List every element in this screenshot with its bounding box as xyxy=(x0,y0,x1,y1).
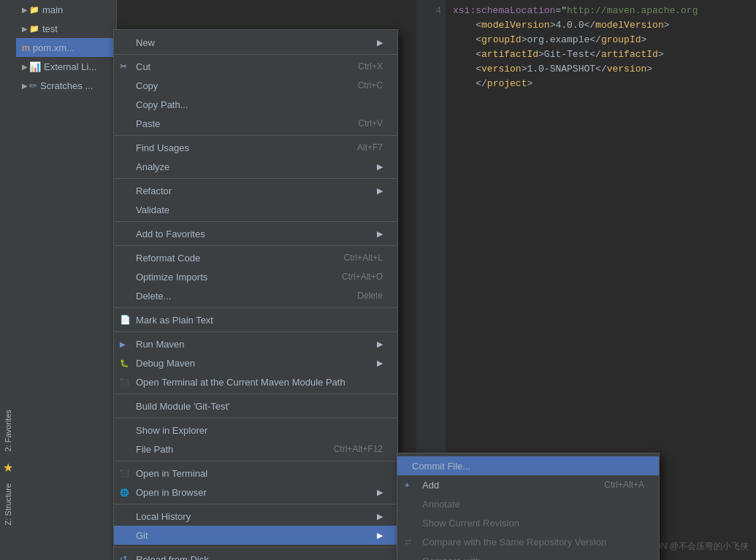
menu-item-new[interactable]: New ▶ xyxy=(114,33,397,52)
menu-item-label: Analyze xyxy=(136,161,169,172)
menu-item-show-explorer[interactable]: Show in Explorer xyxy=(114,421,397,440)
menu-item-reformat[interactable]: Reformat Code Ctrl+Alt+L xyxy=(114,248,397,267)
expand-icon: ▶ xyxy=(22,6,28,14)
sidebar: ▶ 📁 main ▶ 📁 test m pom.xm... ▶ 📊 Extern… xyxy=(0,0,117,560)
sidebar-item-label: External Li... xyxy=(44,61,96,72)
menu-item-open-terminal-maven[interactable]: ⬛ Open Terminal at the Current Maven Mod… xyxy=(114,372,397,391)
folder-icon: 📁 xyxy=(29,5,39,15)
separator xyxy=(114,135,397,136)
plain-text-icon: 📄 xyxy=(120,315,131,325)
menu-item-git[interactable]: Git ▶ xyxy=(114,526,397,545)
favorites-tab[interactable]: 2: Favorites xyxy=(1,404,15,457)
run-maven-icon: ▶ xyxy=(120,340,126,348)
menu-item-label: Delete... xyxy=(136,291,171,302)
sidebar-item-main[interactable]: ▶ 📁 main xyxy=(16,0,116,19)
git-menu-commit[interactable]: Commit File... xyxy=(397,456,659,475)
menu-item-build-module[interactable]: Build Module 'Git-Test' xyxy=(114,396,397,415)
expand-icon: ▶ xyxy=(22,82,28,90)
menu-item-refactor[interactable]: Refactor ▶ xyxy=(114,181,397,200)
sidebar-item-external[interactable]: ▶ 📊 External Li... xyxy=(16,57,116,76)
git-menu-add[interactable]: + Add Ctrl+Alt+A xyxy=(397,475,659,494)
git-menu-annotate: Annotate xyxy=(397,494,659,513)
menu-item-file-path[interactable]: File Path Ctrl+Alt+F12 xyxy=(114,440,397,459)
menu-item-label: Run Maven xyxy=(136,339,184,350)
menu-item-open-in-terminal[interactable]: ⬛ Open in Terminal xyxy=(114,464,397,483)
separator xyxy=(114,547,397,548)
menu-item-label: Validate xyxy=(136,204,169,215)
file-icon: m xyxy=(22,42,30,53)
terminal-icon: ⬛ xyxy=(120,469,129,477)
debug-maven-icon: 🐛 xyxy=(120,359,129,367)
menu-item-label: Annotate xyxy=(422,499,460,510)
separator xyxy=(114,178,397,179)
shortcut-label: Alt+F7 xyxy=(357,142,383,153)
menu-item-label: Debug Maven xyxy=(136,358,195,369)
menu-item-optimize-imports[interactable]: Optimize Imports Ctrl+Alt+O xyxy=(114,267,397,286)
menu-item-open-browser[interactable]: 🌐 Open in Browser ▶ xyxy=(114,483,397,502)
sidebar-item-label: Scratches ... xyxy=(40,80,93,91)
expand-icon: ▶ xyxy=(22,25,28,33)
menu-item-label: Open in Browser xyxy=(136,487,207,498)
menu-item-plain-text[interactable]: 📄 Mark as Plain Text xyxy=(114,310,397,329)
shortcut-label: Ctrl+Alt+A xyxy=(604,480,644,490)
menu-item-add-favorites[interactable]: Add to Favorites ▶ xyxy=(114,224,397,243)
menu-item-cut[interactable]: ✂ Cut Ctrl+X xyxy=(114,57,397,76)
menu-item-copy[interactable]: Copy Ctrl+C xyxy=(114,76,397,95)
git-menu-compare-with: Compare with... xyxy=(397,551,659,560)
arrow-icon: ▶ xyxy=(377,340,383,349)
menu-item-label: Commit File... xyxy=(412,461,470,472)
menu-item-label: Copy xyxy=(136,80,158,91)
separator xyxy=(114,245,397,246)
star-icon: ★ xyxy=(3,461,13,475)
terminal-maven-icon: ⬛ xyxy=(120,378,129,386)
menu-item-analyze[interactable]: Analyze ▶ xyxy=(114,157,397,176)
arrow-icon: ▶ xyxy=(377,531,383,540)
shortcut-label: Ctrl+Alt+O xyxy=(342,272,383,282)
folder-icon: 📁 xyxy=(29,24,39,34)
sidebar-item-test[interactable]: ▶ 📁 test xyxy=(16,19,116,38)
menu-item-run-maven[interactable]: ▶ Run Maven ▶ xyxy=(114,334,397,353)
shortcut-label: Ctrl+Alt+F12 xyxy=(334,444,383,454)
menu-item-label: Cut xyxy=(136,61,150,72)
shortcut-label: Ctrl+X xyxy=(358,61,383,72)
menu-item-copy-path[interactable]: Copy Path... xyxy=(114,95,397,114)
separator xyxy=(114,221,397,222)
menu-item-delete[interactable]: Delete... Delete xyxy=(114,286,397,305)
scratches-icon: ✏ xyxy=(29,80,37,91)
vertical-tabs: 2: Favorites ★ Z: Structure xyxy=(0,0,16,560)
menu-item-label: Compare with the Same Repository Version xyxy=(422,537,606,548)
menu-item-label: Copy Path... xyxy=(136,99,188,110)
menu-item-label: Open Terminal at the Current Maven Modul… xyxy=(136,377,345,388)
menu-item-validate[interactable]: Validate xyxy=(114,200,397,219)
arrow-icon: ▶ xyxy=(377,358,383,368)
git-menu-show-revision: Show Current Revision xyxy=(397,513,659,532)
browser-icon: 🌐 xyxy=(120,488,129,496)
menu-item-label: Build Module 'Git-Test' xyxy=(136,401,230,412)
separator xyxy=(114,54,397,55)
sidebar-item-scratches[interactable]: ▶ ✏ Scratches ... xyxy=(16,76,116,95)
menu-item-label: Find Usages xyxy=(136,142,189,153)
cut-icon: ✂ xyxy=(120,61,127,72)
git-menu-compare-repo: ⇄ Compare with the Same Repository Versi… xyxy=(397,532,659,551)
menu-item-reload-disk[interactable]: ↺ Reload from Disk xyxy=(114,550,397,560)
arrow-icon: ▶ xyxy=(377,186,383,196)
menu-item-label: File Path xyxy=(136,444,173,455)
sidebar-item-pom[interactable]: m pom.xm... xyxy=(16,38,116,57)
menu-item-label: New xyxy=(136,37,155,48)
arrow-icon: ▶ xyxy=(377,38,383,47)
menu-item-label: Show in Explorer xyxy=(136,425,207,436)
menu-item-label: Add xyxy=(422,480,439,491)
menu-item-debug-maven[interactable]: 🐛 Debug Maven ▶ xyxy=(114,353,397,372)
menu-item-label: Reformat Code xyxy=(136,253,200,264)
structure-tab[interactable]: Z: Structure xyxy=(1,477,15,531)
menu-item-label: Git xyxy=(136,530,148,541)
menu-item-paste[interactable]: Paste Ctrl+V xyxy=(114,114,397,133)
menu-item-find-usages[interactable]: Find Usages Alt+F7 xyxy=(114,138,397,157)
arrow-icon: ▶ xyxy=(377,162,383,172)
menu-item-label: Paste xyxy=(136,118,160,129)
menu-item-local-history[interactable]: Local History ▶ xyxy=(114,507,397,526)
sidebar-item-label: main xyxy=(42,4,63,15)
menu-item-label: Refactor xyxy=(136,185,172,196)
menu-item-label: Optimize Imports xyxy=(136,272,207,283)
menu-item-label: Compare with... xyxy=(422,556,489,561)
